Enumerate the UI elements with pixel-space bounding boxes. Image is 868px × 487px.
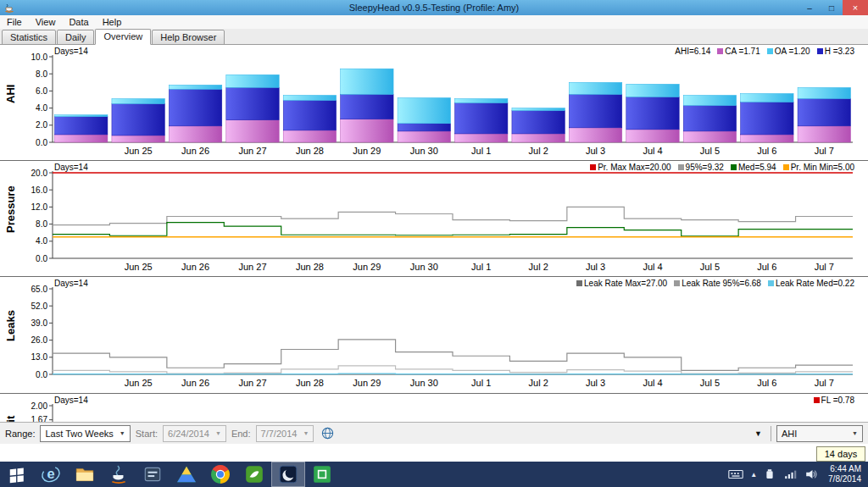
- start-date-select[interactable]: 6/24/2014 ▼: [163, 425, 226, 442]
- ahi-chart-panel: 10.08.06.04.02.00.0Jun 25Jun 26Jun 27Jun…: [0, 45, 868, 161]
- taskbar-clock[interactable]: 6:44 AM 7/8/2014: [828, 464, 861, 485]
- pressure-legend: Pr. Max Max=20.0095%=9.32Med=5.94Pr. Min…: [590, 163, 854, 172]
- ahi-plot[interactable]: 10.08.06.04.02.00.0Jun 25Jun 26Jun 27Jun…: [0, 45, 868, 161]
- svg-text:Jul 5: Jul 5: [700, 378, 720, 388]
- menu-file[interactable]: File: [0, 15, 29, 29]
- flow-limit-days-label: Days=14: [54, 396, 88, 405]
- svg-text:2.00: 2.00: [31, 401, 48, 411]
- legend-swatch-icon: [674, 280, 680, 286]
- svg-text:Jul 6: Jul 6: [757, 146, 776, 156]
- internet-explorer-icon[interactable]: e: [34, 462, 68, 487]
- close-button[interactable]: ×: [843, 0, 868, 15]
- start-button[interactable]: [0, 462, 34, 487]
- end-date-select[interactable]: 7/7/2014 ▼: [256, 425, 314, 442]
- svg-text:0.0: 0.0: [36, 138, 47, 147]
- screen: SleepyHead v0.9.5-Testing (Profile: Amy)…: [0, 0, 868, 487]
- google-drive-icon[interactable]: [170, 462, 203, 487]
- svg-text:Jun 30: Jun 30: [410, 146, 438, 156]
- power-icon[interactable]: [763, 468, 776, 481]
- legend-item: Med=5.94: [731, 163, 776, 172]
- days-count-badge: 14 days: [816, 446, 865, 462]
- tab-help-browser[interactable]: Help Browser: [152, 30, 225, 45]
- ahi-legend: AHI=6.14CA =1.71OA =1.20H =3.23: [675, 47, 854, 56]
- maximize-button[interactable]: □: [821, 0, 843, 15]
- x-axis: Jun 25Jun 26Jun 27Jun 28Jun 29Jun 30Jul …: [125, 262, 834, 272]
- svg-text:Jul 1: Jul 1: [471, 146, 491, 156]
- tab-overview[interactable]: Overview: [95, 29, 151, 45]
- hidden-icons-arrow-icon[interactable]: ▲: [750, 471, 757, 479]
- pressure-axis-title: Pressure: [2, 161, 19, 258]
- svg-text:Jul 7: Jul 7: [815, 378, 834, 388]
- minimize-button[interactable]: –: [798, 0, 821, 15]
- menu-help[interactable]: Help: [96, 15, 129, 29]
- legend-item: FL =0.78: [814, 396, 854, 405]
- menu-view[interactable]: View: [29, 15, 63, 29]
- green-app-icon[interactable]: [237, 462, 271, 487]
- leaks-plot[interactable]: 65.052.039.026.013.00.0Jun 25Jun 26Jun 2…: [0, 277, 868, 394]
- menu-bar: File View Data Help: [0, 15, 868, 29]
- sleepyhead-icon[interactable]: [271, 462, 305, 487]
- legend-item: AHI=6.14: [675, 47, 710, 56]
- legend-item: Leak Rate Med=0.22: [768, 279, 854, 288]
- svg-text:2.0: 2.0: [36, 120, 47, 130]
- legend-item: OA =1.20: [767, 47, 810, 56]
- tab-statistics[interactable]: Statistics: [2, 30, 56, 45]
- x-axis: Jun 25Jun 26Jun 27Jun 28Jun 29Jun 30Jul …: [125, 378, 834, 388]
- lines: [53, 173, 853, 237]
- network-signal-icon[interactable]: [782, 468, 798, 481]
- legend-swatch-icon: [814, 397, 820, 403]
- legend-item: H =3.23: [817, 47, 854, 56]
- legend-swatch-icon: [768, 280, 774, 286]
- reset-view-icon[interactable]: [319, 425, 336, 442]
- svg-text:Jun 25: Jun 25: [125, 146, 153, 156]
- legend-swatch-icon: [731, 164, 737, 170]
- title-bar: SleepyHead v0.9.5-Testing (Profile: Amy)…: [0, 0, 868, 15]
- legend-swatch-icon: [717, 48, 723, 54]
- legend-item: Leak Rate 95%=6.68: [674, 279, 761, 288]
- pressure-plot[interactable]: 20.016.012.08.04.00.0Jun 25Jun 26Jun 27J…: [0, 161, 868, 277]
- volume-icon[interactable]: [804, 468, 819, 481]
- range-select[interactable]: Last Two Weeks ▼: [40, 425, 130, 442]
- leaks-axis-title: Leaks: [2, 277, 19, 374]
- svg-text:Jul 7: Jul 7: [815, 262, 834, 272]
- leaks-chart-panel: 65.052.039.026.013.00.0Jun 25Jun 26Jun 2…: [0, 277, 868, 394]
- svg-text:0.0: 0.0: [36, 370, 47, 379]
- range-value: Last Two Weeks: [45, 429, 113, 439]
- svg-text:1.67: 1.67: [31, 415, 48, 422]
- file-explorer-icon[interactable]: [68, 462, 102, 487]
- svg-text:13.0: 13.0: [31, 352, 48, 362]
- green-store-app-icon[interactable]: [305, 462, 339, 487]
- legend-item: Pr. Max Max=20.00: [590, 163, 670, 172]
- chrome-icon[interactable]: [203, 462, 237, 487]
- flow-limit-chart-panel: 2.001.67 Flow Limit Days=14 FL =0.78: [0, 394, 868, 422]
- svg-text:Jul 1: Jul 1: [471, 378, 491, 388]
- overview-toolbar: Range: Last Two Weeks ▼ Start: 6/24/2014…: [0, 422, 868, 444]
- svg-text:Jun 25: Jun 25: [125, 262, 153, 272]
- graph-dropdown-arrow-icon[interactable]: ▼: [751, 429, 765, 438]
- separator: [771, 426, 771, 441]
- legend-item: Pr. Min Min=5.00: [783, 163, 854, 172]
- app-window-icon[interactable]: [136, 462, 170, 487]
- legend-swatch-icon: [590, 164, 596, 170]
- start-label: Start:: [136, 429, 158, 439]
- legend-swatch-icon: [817, 48, 823, 54]
- leaks-legend: Leak Rate Max=27.00Leak Rate 95%=6.68Lea…: [576, 279, 854, 288]
- flow-limit-plot[interactable]: 2.001.67: [0, 394, 868, 422]
- y-axis: 2.001.67: [31, 401, 53, 423]
- flow-limit-legend: FL =0.78: [814, 396, 854, 405]
- svg-text:Jul 2: Jul 2: [529, 146, 548, 156]
- svg-text:26.0: 26.0: [31, 335, 48, 345]
- leaks-days-label: Days=14: [54, 279, 88, 288]
- graph-select[interactable]: AHI ▼: [776, 425, 863, 442]
- bars: [55, 69, 851, 142]
- svg-text:Jul 4: Jul 4: [643, 146, 662, 156]
- legend-swatch-icon: [783, 164, 789, 170]
- java-icon[interactable]: [102, 462, 136, 487]
- chevron-down-icon: ▼: [215, 430, 221, 436]
- menu-data[interactable]: Data: [62, 15, 95, 29]
- svg-text:Jun 26: Jun 26: [181, 146, 209, 156]
- tab-daily[interactable]: Daily: [57, 30, 94, 45]
- svg-text:Jul 5: Jul 5: [700, 262, 720, 272]
- touch-keyboard-icon[interactable]: [727, 466, 744, 483]
- svg-text:Jul 3: Jul 3: [586, 146, 605, 156]
